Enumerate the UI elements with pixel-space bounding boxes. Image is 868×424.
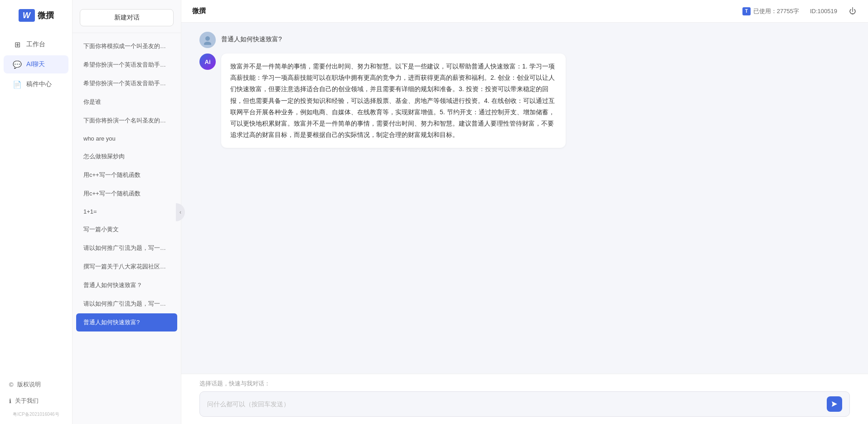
chat-input[interactable] (207, 399, 822, 409)
usage-icon: T (742, 7, 751, 15)
sidebar-item-drafts[interactable]: 📄 稿件中心 (4, 75, 68, 93)
ai-response-bubble: 致富并不是一件简单的事情，需要付出时间、努力和智慧。以下是一些建议，可以帮助普通… (221, 54, 566, 148)
list-item[interactable]: 普通人如何快速致富？ (76, 276, 177, 294)
sidebar-item-copyright[interactable]: © 版权说明 (0, 377, 72, 392)
chat-topbar: 微撰 T 已使用：27755字 ID:100519 ⏻ (181, 0, 868, 23)
send-button[interactable] (827, 396, 842, 412)
input-wrapper (199, 391, 850, 417)
list-item[interactable]: 希望你扮演一个英语发音助手，我提供给你... (76, 56, 177, 74)
copyright-label: 版权说明 (17, 380, 41, 389)
chat-area: 微撰 T 已使用：27755字 ID:100519 ⏻ 普通人如何快速致富? (181, 0, 868, 424)
chat-messages: 普通人如何快速致富? Ai 致富并不是一件简单的事情，需要付出时间、努力和智慧。… (181, 23, 868, 374)
user-message: 普通人如何快速致富? (199, 32, 850, 48)
list-item[interactable]: 撰写一篇关于八大家花园社区一刻钟便民生... (76, 258, 177, 276)
message-group: 普通人如何快速致富? Ai 致富并不是一件简单的事情，需要付出时间、努力和智慧。… (199, 32, 850, 148)
sidebar-bottom: © 版权说明 ℹ 关于我们 粤ICP备2021016046号 (0, 377, 72, 419)
workbench-label: 工作台 (26, 40, 45, 49)
nav-items: ⊞ 工作台 💬 AI聊天 📄 稿件中心 (0, 35, 72, 93)
list-item[interactable]: 怎么做独屎炒肉 (76, 147, 177, 166)
copyright-icon: © (9, 381, 14, 388)
chat-input-area: 选择话题，快速与我对话： (181, 374, 868, 424)
ai-response-text: 致富并不是一件简单的事情，需要付出时间、努力和智慧。以下是一些建议，可以帮助普通… (230, 63, 555, 138)
about-label: 关于我们 (15, 397, 39, 405)
drafts-icon: 📄 (13, 80, 22, 89)
user-id: ID:100519 (810, 8, 837, 15)
conversation-list: 下面你将模拟成一个叫圣友的程序员，我说... 希望你扮演一个英语发音助手，我提供… (73, 33, 181, 424)
drafts-label: 稿件中心 (26, 80, 52, 88)
sidebar-item-ai-chat[interactable]: 💬 AI聊天 (4, 55, 68, 73)
usage-info: T 已使用：27755字 (742, 7, 799, 15)
logo-icon: W (19, 9, 35, 22)
ai-chat-label: AI聊天 (26, 60, 45, 68)
list-item[interactable]: 你是谁 (76, 93, 177, 111)
send-icon (831, 400, 838, 408)
quick-topics-label: 选择话题，快速与我对话： (199, 380, 850, 388)
list-item[interactable]: 下面你将扮演一个名叫圣友的医生 (76, 112, 177, 130)
list-item[interactable]: 请以如何推广引流为题，写一篇大纲 (76, 295, 177, 313)
list-item-active[interactable]: 普通人如何快速致富? (76, 313, 177, 331)
list-item[interactable]: 希望你扮演一个英语发音助手，我提供给你... (76, 74, 177, 93)
power-icon[interactable]: ⏻ (848, 7, 857, 16)
user-message-text: 普通人如何快速致富? (221, 32, 282, 44)
list-item[interactable]: 请以如何推广引流为题，写一篇大纲 (76, 239, 177, 257)
svg-point-0 (205, 36, 210, 41)
icp-text: 粤ICP备2021016046号 (0, 409, 72, 419)
about-icon: ℹ (9, 398, 11, 405)
workbench-icon: ⊞ (13, 40, 22, 49)
sidebar: W 微撰 ⊞ 工作台 💬 AI聊天 📄 稿件中心 © 版权说明 ℹ 关于我们 粤… (0, 0, 73, 424)
conv-header: 新建对话 (73, 0, 181, 33)
sidebar-item-workbench[interactable]: ⊞ 工作台 (4, 35, 68, 54)
svg-point-1 (204, 42, 211, 45)
ai-avatar: Ai (199, 54, 216, 70)
chat-topbar-title: 微撰 (192, 7, 206, 15)
logo: W 微撰 (19, 9, 54, 22)
sidebar-item-about[interactable]: ℹ 关于我们 (0, 393, 72, 409)
list-item[interactable]: 用c++写一个随机函数 (76, 185, 177, 203)
list-item[interactable]: 下面你将模拟成一个叫圣友的程序员，我说... (76, 37, 177, 55)
topbar-right: T 已使用：27755字 ID:100519 ⏻ (742, 7, 857, 16)
ai-chat-icon: 💬 (13, 60, 22, 69)
list-item[interactable]: 用c++写一个随机函数 (76, 166, 177, 184)
list-item[interactable]: 写一篇小黄文 (76, 220, 177, 239)
conversation-panel: 新建对话 下面你将模拟成一个叫圣友的程序员，我说... 希望你扮演一个英语发音助… (73, 0, 181, 424)
new-conversation-button[interactable]: 新建对话 (80, 9, 174, 26)
list-item[interactable]: who are you (76, 130, 177, 147)
user-avatar (199, 32, 216, 48)
usage-text: 已使用：27755字 (753, 7, 799, 15)
list-item[interactable]: 1+1= (76, 203, 177, 220)
logo-text: 微撰 (38, 10, 54, 21)
ai-message: Ai 致富并不是一件简单的事情，需要付出时间、努力和智慧。以下是一些建议，可以帮… (199, 54, 850, 148)
